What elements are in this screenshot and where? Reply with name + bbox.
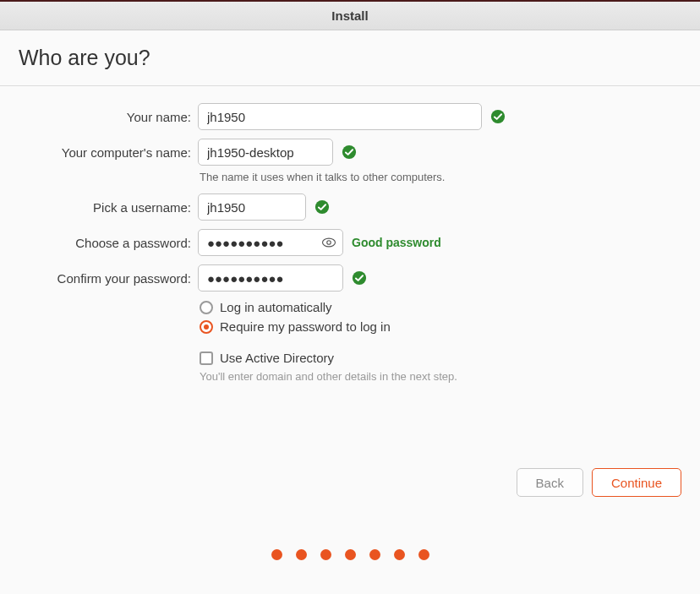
user-form: Your name: Your computer's name: — [0, 103, 700, 383]
label-confirm: Confirm your password: — [0, 271, 198, 286]
continue-button[interactable]: Continue — [592, 468, 681, 497]
pager-dot — [418, 549, 429, 560]
row-computer-name: Your computer's name: — [0, 139, 700, 166]
label-password: Choose a password: — [0, 236, 198, 250]
radio-icon — [200, 320, 213, 334]
install-window: Install Who are you? Your name: Your com… — [0, 0, 700, 594]
pager-dot — [296, 549, 307, 560]
pager-dot — [345, 549, 356, 560]
radio-icon — [200, 301, 213, 314]
content-area: Who are you? Your name: Your computer's … — [0, 30, 700, 594]
row-confirm-password: Confirm your password: — [0, 264, 700, 292]
pager-dot — [320, 549, 331, 560]
login-mode-group: Log in automatically Require my password… — [200, 300, 700, 334]
pager-dot — [394, 549, 405, 560]
confirm-password-input[interactable] — [198, 264, 343, 292]
option-auto-login[interactable]: Log in automatically — [200, 300, 700, 314]
page-title: Who are you? — [19, 46, 700, 70]
titlebar: Install — [0, 0, 700, 30]
pager — [0, 549, 700, 560]
password-strength: Good password — [352, 236, 441, 249]
check-icon — [352, 270, 367, 286]
eye-icon[interactable] — [321, 235, 336, 250]
computer-name-hint: The name it uses when it talks to other … — [200, 171, 700, 183]
nav-buttons: Back Continue — [517, 468, 681, 497]
row-username: Pick a username: — [0, 193, 700, 221]
option-label: Log in automatically — [220, 300, 332, 314]
divider — [0, 85, 700, 86]
svg-point-5 — [353, 271, 366, 285]
check-icon — [342, 144, 357, 160]
svg-point-2 — [315, 200, 329, 214]
your-name-input[interactable] — [198, 103, 482, 130]
active-directory-hint: You'll enter domain and other details in… — [200, 370, 700, 383]
computer-name-input[interactable] — [198, 139, 333, 166]
check-icon — [490, 109, 506, 124]
check-icon — [314, 199, 330, 215]
label-username: Pick a username: — [0, 200, 198, 215]
option-label: Require my password to log in — [220, 319, 391, 334]
pager-dot — [271, 549, 282, 560]
window-title: Install — [331, 8, 368, 23]
row-your-name: Your name: — [0, 103, 700, 130]
svg-point-0 — [491, 110, 505, 123]
pager-dot — [369, 549, 380, 560]
svg-point-1 — [342, 145, 356, 159]
username-input[interactable] — [198, 193, 306, 221]
option-require-password[interactable]: Require my password to log in — [200, 319, 700, 334]
label-computer-name: Your computer's name: — [0, 145, 198, 160]
checkbox-icon — [200, 351, 213, 365]
row-password: Choose a password: Good password — [0, 229, 700, 256]
option-use-active-directory[interactable]: Use Active Directory — [200, 351, 700, 365]
svg-point-4 — [327, 241, 331, 245]
option-label: Use Active Directory — [220, 351, 334, 365]
back-button[interactable]: Back — [517, 468, 583, 497]
svg-point-3 — [323, 238, 336, 247]
label-your-name: Your name: — [0, 110, 198, 124]
active-directory-group: Use Active Directory — [200, 351, 700, 365]
